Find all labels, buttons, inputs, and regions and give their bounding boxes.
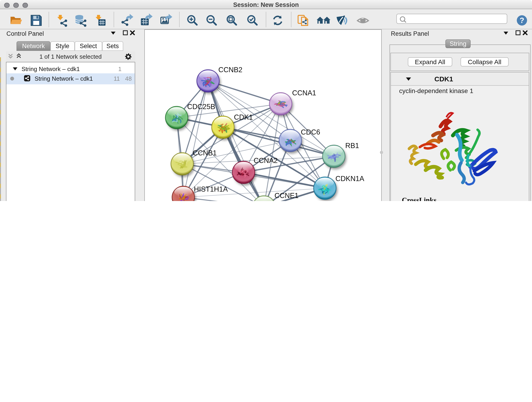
svg-text:CCNB2: CCNB2 (218, 65, 242, 74)
svg-text:11: 11 (114, 75, 120, 82)
svg-text:48: 48 (125, 75, 132, 82)
svg-text:CDK1: CDK1 (434, 75, 453, 83)
svg-text:CCNA1: CCNA1 (292, 89, 316, 97)
svg-text:RB1: RB1 (345, 141, 359, 149)
svg-text:String Network – cdk1: String Network – cdk1 (22, 65, 80, 72)
svg-text:String Network – cdk1: String Network – cdk1 (35, 75, 93, 82)
svg-text:CCNA2: CCNA2 (253, 156, 278, 164)
svg-text:HIST1H1A: HIST1H1A (194, 185, 228, 193)
svg-text:CDC6: CDC6 (301, 128, 320, 136)
svg-text:CCNB1: CCNB1 (192, 149, 216, 157)
svg-text:CDC25B: CDC25B (187, 102, 215, 110)
svg-text:?: ? (520, 16, 524, 24)
svg-text:1 of 1 Network selected: 1 of 1 Network selected (39, 53, 102, 60)
svg-text:CDK1: CDK1 (234, 113, 253, 121)
svg-text:CDKN1A: CDKN1A (335, 174, 364, 182)
svg-text:1: 1 (118, 65, 121, 72)
svg-text:CCNE1: CCNE1 (274, 191, 298, 199)
